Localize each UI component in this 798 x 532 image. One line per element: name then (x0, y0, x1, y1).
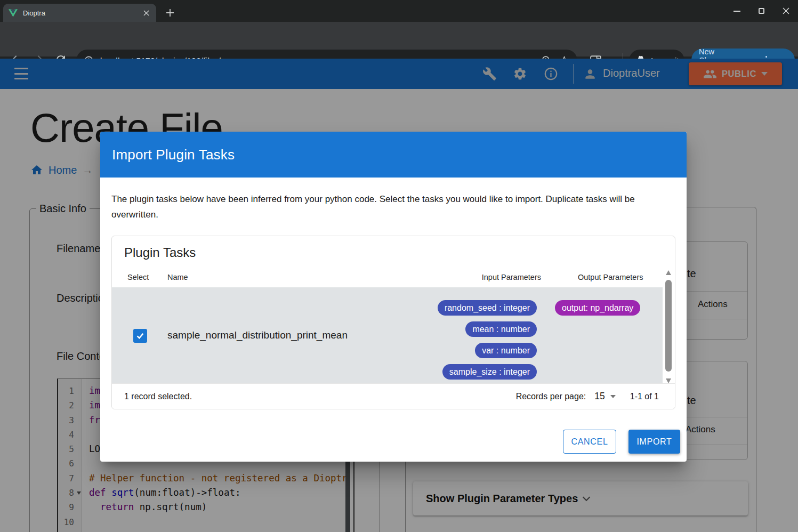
tab-title: Dioptra (23, 9, 136, 17)
browser-tab[interactable]: Dioptra (3, 4, 156, 22)
pagination-range: 1-1 of 1 (630, 392, 659, 401)
import-button[interactable]: IMPORT (628, 430, 680, 454)
column-header-name: Name (167, 273, 188, 281)
scroll-down-icon[interactable] (666, 378, 671, 383)
app-viewport: DioptraUser PUBLIC Create File Home → Ba… (0, 59, 798, 532)
vue-logo-icon (9, 9, 18, 17)
table-footer: 1 record selected. Records per page: 15 … (112, 383, 675, 409)
scroll-up-icon[interactable] (666, 270, 671, 275)
input-params: random_seed : integermean : numbervar : … (438, 300, 537, 380)
browser-window: Dioptra (0, 0, 798, 532)
input-param-chip: var : number (475, 343, 537, 358)
task-name: sample_normal_distribution_print_mean (167, 329, 348, 341)
column-header-output: Output Parameters (578, 273, 643, 281)
plugin-tasks-table: Plugin Tasks Select Name Input Parameter… (111, 236, 675, 409)
selected-count-label: 1 record selected. (124, 392, 192, 401)
records-per-page-value[interactable]: 15 (594, 391, 604, 402)
window-controls (724, 0, 798, 22)
input-param-chip: sample_size : integer (442, 364, 537, 380)
output-param-chip: output: np_ndarray (555, 300, 640, 316)
window-minimize-button[interactable] (724, 0, 749, 22)
column-header-select: Select (127, 273, 149, 281)
dialog-description: The plugin tasks below have been inferre… (111, 191, 650, 222)
dialog-actions: CANCEL IMPORT (100, 430, 680, 454)
import-plugin-tasks-dialog: Import Plugin Tasks The plugin tasks bel… (100, 132, 687, 462)
new-tab-button[interactable] (163, 6, 177, 20)
plugin-tasks-title: Plugin Tasks (124, 245, 196, 260)
input-param-chip: mean : number (465, 321, 537, 337)
tab-strip: Dioptra (0, 0, 798, 22)
tab-close-icon[interactable] (141, 8, 151, 18)
dialog-header: Import Plugin Tasks (100, 132, 687, 178)
records-per-page-caret-icon[interactable] (610, 395, 616, 398)
records-per-page-label: Records per page: (516, 392, 586, 401)
column-header-input: Input Parameters (482, 273, 541, 281)
cancel-button[interactable]: CANCEL (563, 430, 616, 454)
table-scrollbar[interactable] (664, 269, 673, 384)
row-checkbox[interactable] (133, 329, 147, 343)
scroll-thumb[interactable] (665, 280, 672, 372)
output-params: output: np_ndarray (555, 300, 640, 316)
input-param-chip: random_seed : integer (438, 300, 537, 316)
table-row[interactable]: sample_normal_distribution_print_mean ra… (112, 287, 663, 384)
browser-toolbar: localhost:5173/plugins/126/files/new Inc… (0, 22, 798, 57)
window-close-button[interactable] (773, 0, 798, 22)
dialog-title: Import Plugin Tasks (112, 147, 235, 163)
window-maximize-button[interactable] (749, 0, 773, 22)
browser-chrome: Dioptra (0, 0, 798, 59)
